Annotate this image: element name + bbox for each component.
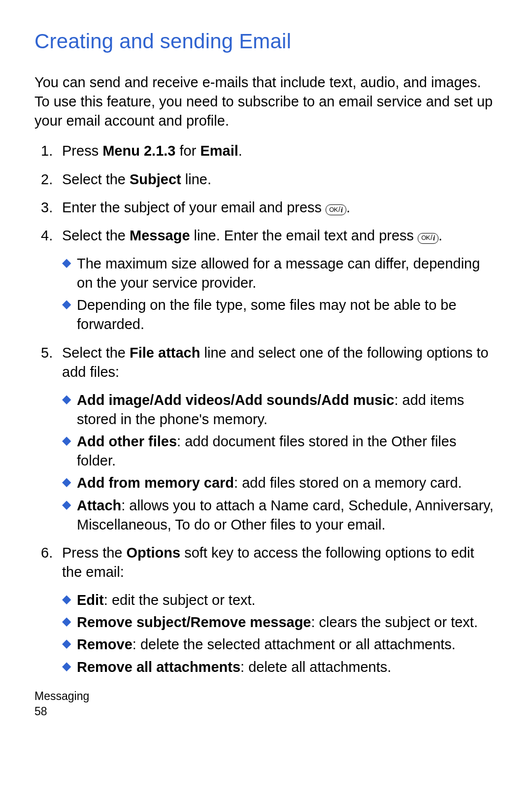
list-item: Depending on the file type, some files m… xyxy=(62,296,498,334)
text: : clears the subject or text. xyxy=(311,614,478,630)
bold: Add from memory card xyxy=(77,475,234,491)
list-item: Add other files: add document files stor… xyxy=(62,432,498,470)
bold: Add other files xyxy=(77,433,177,449)
list-item: Add image/Add videos/Add sounds/Add musi… xyxy=(62,391,498,429)
text: Press the xyxy=(62,545,127,561)
bold: Attach xyxy=(77,498,121,513)
bold: Menu 2.1.3 xyxy=(102,143,175,159)
text: : edit the subject or text. xyxy=(104,592,256,608)
step-5: Select the File attach line and select o… xyxy=(34,343,498,534)
ok-key-icon: OK/i xyxy=(326,204,346,215)
step-6: Press the Options soft key to access the… xyxy=(34,543,498,677)
bold: Remove xyxy=(77,636,133,652)
bold: Email xyxy=(200,143,238,159)
page-title: Creating and sending Email xyxy=(34,30,498,53)
bullet-list: The maximum size allowed for a message c… xyxy=(62,254,498,334)
bold: Add image/Add videos/Add sounds/Add musi… xyxy=(77,392,395,408)
list-item: Remove subject/Remove message: clears th… xyxy=(62,613,498,632)
list-item: Remove all attachments: delete all attac… xyxy=(62,658,498,677)
step-list: Press Menu 2.1.3 for Email. Select the S… xyxy=(34,141,498,676)
list-item: Attach: allows you to attach a Name card… xyxy=(62,496,498,534)
list-item: The maximum size allowed for a message c… xyxy=(62,254,498,293)
text: for xyxy=(175,143,200,159)
list-item: Edit: edit the subject or text. xyxy=(62,591,498,610)
ok-key-icon: OK/i xyxy=(418,233,438,244)
bold: Message xyxy=(130,228,190,243)
manual-page: Creating and sending Email You can send … xyxy=(0,0,532,798)
intro-paragraph: You can send and receive e-mails that in… xyxy=(34,73,498,131)
step-4: Select the Message line. Enter the email… xyxy=(34,226,498,334)
text: Select the xyxy=(62,228,130,243)
page-footer: Messaging 58 xyxy=(34,689,89,719)
text: : allows you to attach a Name card, Sche… xyxy=(77,498,494,532)
bold: File attach xyxy=(130,345,200,361)
step-1: Press Menu 2.1.3 for Email. xyxy=(34,141,498,161)
text: . xyxy=(346,200,350,215)
list-item: Remove: delete the selected attachment o… xyxy=(62,635,498,654)
bullet-list: Add image/Add videos/Add sounds/Add musi… xyxy=(62,391,498,534)
text: : delete all attachments. xyxy=(240,659,391,675)
bold: Options xyxy=(127,545,181,561)
text: Press xyxy=(62,143,102,159)
bold: Remove all attachments xyxy=(77,659,240,675)
bold: Subject xyxy=(130,171,181,187)
text: . xyxy=(438,228,442,243)
text: Select the xyxy=(62,171,130,187)
bullet-list: Edit: edit the subject or text. Remove s… xyxy=(62,591,498,677)
bold: Remove subject/Remove message xyxy=(77,614,311,630)
bold: Edit xyxy=(77,592,104,608)
page-number: 58 xyxy=(34,704,89,719)
text: Select the xyxy=(62,345,130,361)
text: line. Enter the email text and press xyxy=(190,228,418,243)
text: : add files stored on a memory card. xyxy=(234,475,462,491)
list-item: Add from memory card: add files stored o… xyxy=(62,473,498,493)
text: : delete the selected attachment or all … xyxy=(133,636,456,652)
step-2: Select the Subject line. xyxy=(34,170,498,189)
text: line. xyxy=(181,171,211,187)
text: . xyxy=(238,143,242,159)
section-name: Messaging xyxy=(34,689,89,704)
text: Enter the subject of your email and pres… xyxy=(62,200,326,215)
step-3: Enter the subject of your email and pres… xyxy=(34,198,498,217)
